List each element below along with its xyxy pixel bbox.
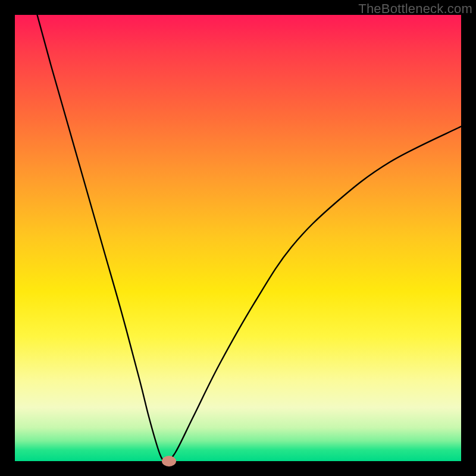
optimal-marker-dot xyxy=(162,456,176,466)
bottleneck-curve xyxy=(15,15,461,461)
chart-plot-area xyxy=(15,15,461,461)
attribution-text: TheBottleneck.com xyxy=(358,1,472,17)
